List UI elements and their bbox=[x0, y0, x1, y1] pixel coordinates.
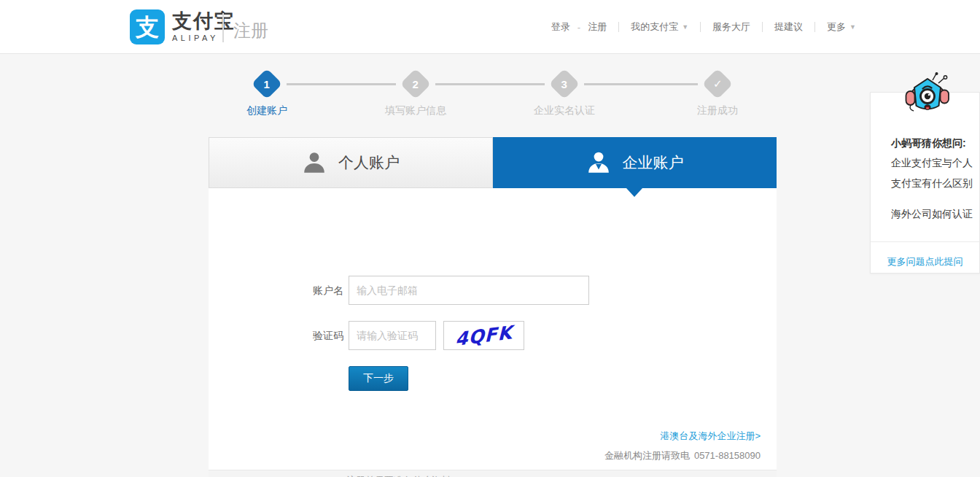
account-email-input[interactable] bbox=[349, 276, 589, 305]
helper-divider bbox=[871, 241, 979, 242]
brand-wordmark: 支付宝 ALIPAY bbox=[172, 10, 236, 42]
nav-register[interactable]: 注册 bbox=[588, 20, 607, 34]
prepare-materials-accordion[interactable]: 注册前需要准备什么资料? ▼ bbox=[209, 470, 777, 477]
captcha-label: 验证码 bbox=[271, 321, 343, 350]
step-create-account: 1 创建账户 bbox=[246, 71, 287, 117]
finance-contact-line: 金融机构注册请致电0571-88158090 bbox=[604, 449, 761, 462]
nav-service-hall[interactable]: 服务大厅 bbox=[712, 20, 750, 34]
nav-separator bbox=[618, 22, 619, 32]
helper-panel: 小蚂哥猜你想问: 企业支付宝与个人 支付宝有什么区别 海外公司如何认证 更多问题… bbox=[870, 92, 980, 274]
next-step-button[interactable]: 下一步 bbox=[349, 366, 408, 391]
header: 支 支付宝 ALIPAY 注册 登录 - 注册 我的支付宝▼ 服务大厅 提建议 … bbox=[0, 0, 980, 54]
account-type-tabs: 个人账户 企业账户 bbox=[209, 137, 777, 188]
finance-contact-text: 金融机构注册请致电 bbox=[604, 450, 690, 461]
alipay-logo-icon[interactable]: 支 bbox=[130, 9, 165, 44]
captcha-input[interactable] bbox=[349, 321, 436, 350]
step-1-badge: 1 bbox=[252, 69, 282, 99]
step-success: ✓ 注册成功 bbox=[697, 71, 738, 117]
finance-phone-number: 0571-88158090 bbox=[694, 450, 761, 461]
step-4-label: 注册成功 bbox=[697, 104, 738, 117]
mascot-robot-icon bbox=[902, 72, 953, 116]
nav-more[interactable]: 更多▼ bbox=[827, 20, 856, 34]
brand-name-en: ALIPAY bbox=[172, 34, 236, 42]
alipay-logo-glyph: 支 bbox=[136, 15, 159, 39]
business-person-icon bbox=[586, 150, 611, 175]
step-1-label: 创建账户 bbox=[246, 104, 287, 117]
nav-my-alipay[interactable]: 我的支付宝▼ bbox=[631, 20, 688, 34]
tab-enterprise-label: 企业账户 bbox=[623, 152, 684, 173]
accordion-question-label: 注册前需要准备什么资料? bbox=[346, 474, 456, 477]
chevron-down-icon: ▼ bbox=[849, 23, 856, 31]
nav-separator bbox=[814, 22, 815, 32]
brand-name-cn: 支付宝 bbox=[172, 10, 236, 32]
step-fill-info: 2 填写账户信息 bbox=[385, 71, 446, 117]
person-icon bbox=[302, 150, 327, 175]
registration-page: 支 支付宝 ALIPAY 注册 登录 - 注册 我的支付宝▼ 服务大厅 提建议 … bbox=[0, 0, 980, 477]
step-2-badge: 2 bbox=[400, 69, 431, 99]
tab-enterprise-account[interactable]: 企业账户 bbox=[493, 137, 777, 188]
top-nav: 登录 - 注册 我的支付宝▼ 服务大厅 提建议 更多▼ bbox=[551, 0, 856, 54]
helper-question-1-line2[interactable]: 支付宝有什么区别 bbox=[891, 177, 973, 190]
captcha-code-text: 4QFK bbox=[455, 322, 513, 350]
nav-dash: - bbox=[578, 22, 580, 33]
logo-divider bbox=[222, 13, 224, 42]
step-connector bbox=[435, 83, 545, 85]
tab-personal-account[interactable]: 个人账户 bbox=[209, 137, 493, 188]
step-connector bbox=[287, 83, 396, 85]
nav-separator bbox=[700, 22, 701, 32]
captcha-image[interactable]: 4QFK bbox=[443, 321, 524, 350]
helper-question-1-line1[interactable]: 企业支付宝与个人 bbox=[891, 157, 973, 170]
step-3-badge: 3 bbox=[549, 69, 580, 99]
registration-card: 个人账户 企业账户 账户名 验证码 4QFK 下一步 港澳台及海外企业注册> 金… bbox=[209, 137, 777, 477]
nav-suggestion[interactable]: 提建议 bbox=[774, 20, 803, 34]
enterprise-register-form: 账户名 验证码 4QFK 下一步 港澳台及海外企业注册> 金融机构注册请致电05… bbox=[209, 188, 777, 477]
page-title: 注册 bbox=[233, 19, 268, 42]
nav-login[interactable]: 登录 bbox=[551, 20, 570, 34]
tab-personal-label: 个人账户 bbox=[338, 152, 400, 173]
step-2-label: 填写账户信息 bbox=[385, 104, 446, 117]
step-4-check-icon: ✓ bbox=[702, 69, 733, 99]
account-name-label: 账户名 bbox=[271, 276, 343, 305]
progress-stepper: 1 创建账户 2 填写账户信息 3 企业实名认证 ✓ 注册成功 bbox=[209, 71, 777, 122]
helper-more-link[interactable]: 更多问题点此提问 bbox=[871, 255, 979, 268]
step-connector bbox=[584, 83, 698, 85]
chevron-down-icon: ▼ bbox=[682, 23, 688, 31]
step-verify-enterprise: 3 企业实名认证 bbox=[534, 71, 595, 117]
helper-question-2[interactable]: 海外公司如何认证 bbox=[891, 208, 973, 221]
step-3-label: 企业实名认证 bbox=[534, 104, 595, 117]
overseas-register-link[interactable]: 港澳台及海外企业注册> bbox=[660, 430, 761, 443]
helper-title: 小蚂哥猜你想问: bbox=[891, 137, 966, 150]
nav-separator bbox=[762, 22, 763, 32]
